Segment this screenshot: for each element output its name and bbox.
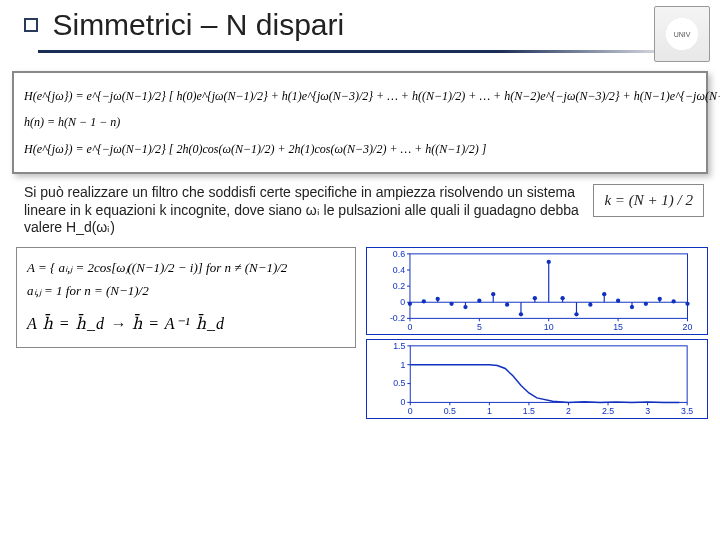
svg-point-55 — [630, 305, 634, 309]
equation-2: h(n) = h(N − 1 − n) — [24, 109, 696, 135]
svg-text:0.4: 0.4 — [393, 265, 405, 275]
university-seal-icon: UNIV — [654, 6, 710, 62]
svg-point-27 — [436, 297, 440, 301]
svg-point-39 — [519, 312, 523, 316]
svg-text:3.5: 3.5 — [681, 406, 693, 416]
svg-text:0: 0 — [400, 397, 405, 407]
title-underline — [38, 50, 696, 53]
svg-point-29 — [449, 301, 453, 305]
svg-point-59 — [658, 297, 662, 301]
svg-text:20: 20 — [683, 322, 693, 332]
matrix-solve: A h̄ = h̄_d → h̄ = A⁻¹ h̄_d — [27, 310, 345, 339]
svg-text:0: 0 — [400, 297, 405, 307]
svg-point-53 — [616, 298, 620, 302]
svg-point-57 — [644, 301, 648, 305]
svg-text:0.2: 0.2 — [393, 281, 405, 291]
equation-3: H(e^{jω}) = e^{−jω(N−1)/2} [ 2h(0)cos(ω(… — [24, 136, 696, 162]
svg-point-37 — [505, 302, 509, 306]
svg-point-23 — [408, 301, 412, 305]
matrix-row-a: A = { aᵢ,ⱼ = 2cos[ωⱼ((N−1)/2 − i)] for n… — [27, 256, 345, 279]
impulse-response-chart: -0.200.20.40.605101520 — [366, 247, 708, 335]
svg-text:3: 3 — [645, 406, 650, 416]
svg-point-41 — [533, 296, 537, 300]
svg-text:1.5: 1.5 — [523, 406, 535, 416]
chart-column: -0.200.20.40.605101520 00.511.500.511.52… — [366, 247, 708, 419]
matrix-definition-box: A = { aᵢ,ⱼ = 2cos[ωⱼ((N−1)/2 − i)] for n… — [16, 247, 356, 349]
svg-point-43 — [547, 259, 551, 263]
logo-text: UNIV — [674, 31, 691, 38]
k-formula-box: k = (N + 1) / 2 — [593, 184, 704, 217]
svg-point-31 — [463, 305, 467, 309]
body-paragraph: Si può realizzare un filtro che soddisfi… — [24, 184, 581, 237]
svg-point-45 — [560, 296, 564, 300]
title-bullet — [24, 18, 38, 32]
equation-box: H(e^{jω}) = e^{−jω(N−1)/2} [ h(0)e^{jω(N… — [12, 71, 708, 174]
svg-point-49 — [588, 302, 592, 306]
page-title: Simmetrici – N dispari — [52, 8, 344, 42]
svg-point-35 — [491, 292, 495, 296]
svg-point-51 — [602, 292, 606, 296]
svg-text:0.6: 0.6 — [393, 248, 405, 258]
svg-point-25 — [422, 299, 426, 303]
svg-text:1: 1 — [400, 359, 405, 369]
svg-point-63 — [685, 301, 689, 305]
svg-point-61 — [671, 299, 675, 303]
svg-text:2: 2 — [566, 406, 571, 416]
svg-text:15: 15 — [613, 322, 623, 332]
matrix-row-b: aᵢ,ⱼ = 1 for n = (N−1)/2 — [27, 279, 345, 302]
magnitude-response-chart: 00.511.500.511.522.533.5 — [366, 339, 708, 419]
svg-text:5: 5 — [477, 322, 482, 332]
svg-text:0.5: 0.5 — [393, 378, 405, 388]
svg-text:2.5: 2.5 — [602, 406, 614, 416]
svg-text:0: 0 — [408, 406, 413, 416]
body-paragraph-row: Si può realizzare un filtro che soddisfi… — [24, 184, 704, 237]
svg-text:1: 1 — [487, 406, 492, 416]
svg-text:10: 10 — [544, 322, 554, 332]
svg-text:-0.2: -0.2 — [390, 313, 405, 323]
equation-1: H(e^{jω}) = e^{−jω(N−1)/2} [ h(0)e^{jω(N… — [24, 83, 696, 109]
svg-text:1.5: 1.5 — [393, 340, 405, 350]
svg-rect-64 — [410, 346, 687, 403]
svg-text:0.5: 0.5 — [444, 406, 456, 416]
svg-text:0: 0 — [408, 322, 413, 332]
svg-point-33 — [477, 298, 481, 302]
svg-point-47 — [574, 312, 578, 316]
